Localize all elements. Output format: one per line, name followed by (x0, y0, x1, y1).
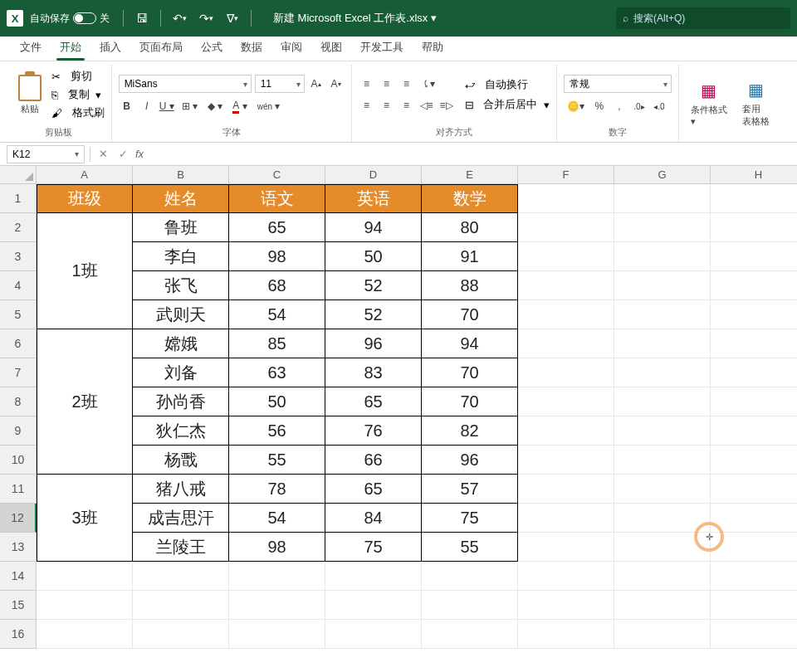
row-header[interactable]: 13 (0, 533, 37, 562)
cell[interactable] (229, 620, 325, 649)
orientation-icon[interactable]: ⤹▾ (418, 75, 438, 92)
cell[interactable] (614, 329, 711, 358)
font-size-select[interactable]: 11 (255, 75, 305, 93)
cell[interactable]: 兰陵王 (133, 533, 229, 562)
cell[interactable]: 成吉思汗 (133, 504, 229, 533)
cell[interactable] (518, 358, 614, 387)
cell[interactable] (711, 329, 797, 358)
column-header[interactable]: C (229, 166, 325, 184)
cell[interactable]: 武则天 (133, 300, 229, 329)
cell[interactable] (711, 562, 797, 591)
align-right-icon[interactable]: ≡ (398, 97, 415, 114)
format-painter-button[interactable]: 🖌 格式刷 (51, 105, 105, 120)
cell[interactable]: 李白 (133, 242, 229, 271)
column-header[interactable]: F (518, 166, 614, 184)
cell[interactable] (614, 271, 711, 300)
cell[interactable]: 65 (229, 213, 325, 242)
accept-formula-icon[interactable]: ✓ (115, 148, 130, 160)
tab-home[interactable]: 开始 (51, 35, 90, 61)
row-header[interactable]: 1 (0, 184, 37, 213)
decrease-font-icon[interactable]: A▾ (328, 75, 345, 92)
cell[interactable] (133, 620, 229, 649)
cell[interactable] (133, 591, 229, 620)
cell[interactable]: 63 (229, 358, 325, 387)
column-header[interactable]: D (325, 166, 422, 184)
cell[interactable] (711, 242, 797, 271)
cell[interactable] (711, 475, 797, 504)
row-header[interactable]: 14 (0, 562, 37, 591)
cell[interactable] (518, 504, 614, 533)
cell[interactable]: 52 (325, 300, 422, 329)
cell[interactable]: 狄仁杰 (133, 416, 229, 446)
cell[interactable]: 75 (422, 504, 518, 533)
column-header[interactable]: G (614, 166, 711, 184)
cancel-formula-icon[interactable]: ✕ (95, 148, 110, 160)
row-header[interactable]: 6 (0, 329, 37, 358)
cell[interactable]: 68 (229, 271, 325, 300)
cell[interactable] (711, 416, 797, 446)
row-header[interactable]: 5 (0, 300, 37, 329)
underline-button[interactable]: U ▾ (159, 98, 175, 114)
copy-button[interactable]: ⎘ 复制 ▾ (51, 87, 105, 102)
decrease-indent-icon[interactable]: ◁≡ (418, 97, 435, 114)
cell[interactable] (518, 213, 614, 242)
cell[interactable]: 96 (325, 329, 422, 358)
cell[interactable] (614, 620, 711, 649)
align-top-icon[interactable]: ≡ (359, 75, 375, 92)
cell[interactable]: 班级 (37, 184, 133, 213)
column-header[interactable]: A (37, 166, 133, 184)
cell[interactable]: 55 (229, 446, 325, 475)
cell[interactable]: 91 (422, 242, 518, 271)
cell[interactable]: 83 (325, 358, 422, 387)
cell[interactable]: 孙尚香 (133, 387, 229, 416)
row-header[interactable]: 7 (0, 358, 37, 387)
cell[interactable]: 96 (422, 446, 518, 475)
cell[interactable] (518, 620, 614, 649)
cell[interactable] (614, 591, 711, 620)
cell[interactable] (518, 591, 614, 620)
increase-decimal-icon[interactable]: .0▸ (631, 98, 648, 114)
cell[interactable]: 66 (325, 446, 422, 475)
cell[interactable]: 88 (422, 271, 518, 300)
cell[interactable] (711, 533, 797, 562)
cell[interactable]: 英语 (325, 184, 422, 213)
merged-class-cell[interactable]: 1班 (37, 213, 133, 329)
row-header[interactable]: 11 (0, 475, 37, 504)
bold-button[interactable]: B (119, 98, 135, 114)
save-icon[interactable]: 🖫 (132, 8, 152, 28)
font-name-select[interactable]: MiSans (119, 75, 252, 93)
number-format-select[interactable]: 常规 (564, 75, 672, 93)
cell[interactable] (614, 242, 711, 271)
cell[interactable]: 鲁班 (133, 213, 229, 242)
tab-view[interactable]: 视图 (312, 35, 350, 61)
cell[interactable] (229, 591, 325, 620)
tab-file[interactable]: 文件 (12, 35, 50, 61)
table-styles-button[interactable]: ▦ 套用表格格 (737, 76, 775, 129)
phonetic-button[interactable]: wén ▾ (254, 98, 284, 114)
cell[interactable] (37, 620, 133, 649)
cell[interactable] (325, 562, 422, 591)
cell[interactable] (614, 184, 711, 213)
row-header[interactable]: 10 (0, 446, 37, 475)
cell[interactable]: 姓名 (133, 184, 229, 213)
cell[interactable] (614, 387, 711, 416)
search-box[interactable]: ⌕ 搜索(Alt+Q) (616, 7, 790, 29)
undo-icon[interactable]: ↶▾ (169, 8, 189, 28)
cell[interactable]: 94 (325, 213, 422, 242)
cell[interactable]: 70 (422, 300, 518, 329)
cell[interactable]: 76 (325, 416, 422, 446)
cell[interactable]: 98 (229, 533, 325, 562)
cell[interactable] (325, 620, 422, 649)
cell[interactable] (614, 562, 711, 591)
row-header[interactable]: 12 (0, 504, 37, 533)
row-header[interactable]: 4 (0, 271, 37, 300)
cell[interactable]: 94 (422, 329, 518, 358)
autosave-toggle[interactable]: 自动保存 关 (30, 12, 110, 26)
cell[interactable] (711, 620, 797, 649)
cell[interactable]: 85 (229, 329, 325, 358)
cell[interactable] (133, 562, 229, 591)
cell[interactable]: 65 (325, 387, 422, 416)
cell[interactable]: 82 (422, 416, 518, 446)
row-header[interactable]: 16 (0, 620, 37, 649)
fx-icon[interactable]: fx (135, 148, 144, 160)
